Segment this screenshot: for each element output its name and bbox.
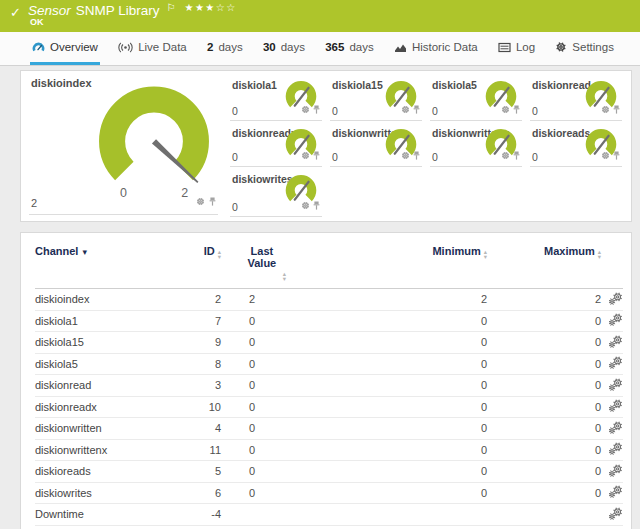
channel-last-value: 0 — [223, 461, 307, 483]
sort-desc-icon: ▾ — [82, 247, 87, 257]
tab-live-data[interactable]: Live Data — [116, 32, 189, 65]
tab-overview[interactable]: Overview — [30, 32, 100, 65]
channel-settings-icon[interactable] — [609, 464, 623, 479]
pin-icon[interactable] — [209, 192, 216, 210]
channel-settings-icon[interactable] — [609, 485, 623, 500]
channel-maximum: 0 — [493, 418, 603, 440]
gauge-cell-empty — [430, 167, 522, 217]
column-label: ID — [204, 245, 215, 257]
channel-maximum: 0 — [493, 353, 603, 375]
channel-name[interactable]: diskioindex — [35, 289, 167, 311]
table-row: diskiowrites6000 — [35, 482, 623, 504]
channel-settings-icon[interactable] — [609, 399, 623, 414]
tab-2-days[interactable]: 2days — [205, 32, 245, 65]
small-gauges-grid: diskiola10diskiola150diskiola50diskionre… — [226, 73, 631, 221]
column-header-minimum[interactable]: Minimum▴▾ — [307, 245, 493, 289]
channel-id: 8 — [167, 353, 223, 375]
sensor-title-block: Sensor SNMP Library ⚐ ★★★☆☆ OK — [28, 3, 237, 27]
channel-settings-icon[interactable] — [609, 421, 623, 436]
channel-last-value: 0 — [223, 396, 307, 418]
channel-name[interactable]: diskiola15 — [35, 332, 167, 354]
channel-minimum: 0 — [307, 310, 493, 332]
pin-icon[interactable] — [313, 100, 320, 118]
gear-icon[interactable] — [301, 196, 310, 214]
gauge-actions — [601, 100, 620, 118]
tab-label: days — [218, 41, 242, 53]
channel-name[interactable]: diskiowrites — [35, 482, 167, 504]
channel-settings-icon[interactable] — [609, 292, 623, 307]
gear-icon[interactable] — [196, 192, 205, 210]
tab-log[interactable]: Log — [496, 32, 537, 65]
channel-settings-icon[interactable] — [609, 335, 623, 350]
gear-icon[interactable] — [401, 146, 410, 164]
table-row: diskioindex2222 — [35, 289, 623, 311]
pin-icon[interactable] — [513, 100, 520, 118]
tab-bar: OverviewLive Data2days30days365daysHisto… — [0, 32, 640, 66]
sort-icon: ▴▾ — [283, 272, 286, 281]
table-row: diskionwrittenx11000 — [35, 439, 623, 461]
pin-icon[interactable] — [413, 100, 420, 118]
column-header-id[interactable]: ID▴▾ — [167, 245, 223, 289]
tab-365-days[interactable]: 365days — [323, 32, 375, 65]
channel-name[interactable]: diskiola1 — [35, 310, 167, 332]
channel-maximum: 2 — [493, 289, 603, 311]
table-row: diskionreadx10000 — [35, 396, 623, 418]
column-label: Last Value — [244, 245, 280, 269]
channel-name[interactable]: diskionwritten — [35, 418, 167, 440]
gauge-value: 0 — [532, 151, 538, 163]
gauge-actions — [301, 146, 320, 164]
pin-icon[interactable] — [613, 100, 620, 118]
channel-name[interactable]: diskioreads — [35, 461, 167, 483]
column-header-channel[interactable]: Channel▾ — [35, 245, 167, 289]
gauge-cell-diskiowrites: diskiowrites0 — [230, 167, 322, 217]
gauges-panel: diskioindex 0 2 2 diskiola10diskiola150d… — [20, 70, 632, 222]
channels-table: Channel▾ ID▴▾ Last Value▴▾ Minimum▴▾ Max… — [35, 245, 623, 526]
gear-icon[interactable] — [301, 100, 310, 118]
channel-name[interactable]: diskiola5 — [35, 353, 167, 375]
channel-maximum: 0 — [493, 396, 603, 418]
table-row: diskionread3000 — [35, 375, 623, 397]
column-header-last-value[interactable]: Last Value▴▾ — [223, 245, 307, 289]
gear-icon[interactable] — [501, 100, 510, 118]
channel-name[interactable]: Downtime — [35, 504, 167, 526]
gear-icon[interactable] — [301, 146, 310, 164]
tab-label: Overview — [50, 41, 98, 53]
gauge-cell-diskionwritten: diskionwritten0 — [330, 121, 422, 167]
channel-settings-icon[interactable] — [609, 378, 623, 393]
gear-icon[interactable] — [401, 100, 410, 118]
channel-settings-icon[interactable] — [609, 442, 623, 457]
channel-minimum: 0 — [307, 396, 493, 418]
channel-settings-icon[interactable] — [609, 313, 623, 328]
tab-number: 365 — [325, 41, 344, 53]
channel-settings-icon[interactable] — [609, 507, 623, 522]
pin-icon[interactable] — [613, 146, 620, 164]
tab-historic-data[interactable]: Historic Data — [392, 32, 480, 65]
pin-icon[interactable] — [313, 146, 320, 164]
gear-icon[interactable] — [601, 100, 610, 118]
channel-minimum: 0 — [307, 461, 493, 483]
pin-icon[interactable] — [413, 146, 420, 164]
channel-settings-icon[interactable] — [609, 356, 623, 371]
tab-label: days — [349, 41, 373, 53]
channel-name[interactable]: diskionreadx — [35, 396, 167, 418]
table-row: Downtime-4 — [35, 504, 623, 526]
tab-30-days[interactable]: 30days — [261, 32, 307, 65]
gear-icon[interactable] — [501, 146, 510, 164]
channel-last-value: 0 — [223, 418, 307, 440]
column-header-maximum[interactable]: Maximum▴▾ — [493, 245, 603, 289]
channel-name[interactable]: diskionwrittenx — [35, 439, 167, 461]
priority-stars-icon[interactable]: ★★★☆☆ — [184, 2, 236, 13]
table-row: diskioreads5000 — [35, 461, 623, 483]
tab-settings[interactable]: Settings — [553, 32, 616, 65]
channel-maximum: 0 — [493, 482, 603, 504]
channel-name[interactable]: diskionread — [35, 375, 167, 397]
channel-id: 11 — [167, 439, 223, 461]
pin-icon[interactable] — [313, 196, 320, 214]
pin-icon[interactable] — [513, 146, 520, 164]
channel-maximum — [493, 504, 603, 526]
channel-last-value: 0 — [223, 310, 307, 332]
gauge-value: 0 — [332, 151, 338, 163]
flag-icon[interactable]: ⚐ — [166, 2, 175, 13]
gauge-max-label: 2 — [181, 186, 188, 200]
gear-icon[interactable] — [601, 146, 610, 164]
